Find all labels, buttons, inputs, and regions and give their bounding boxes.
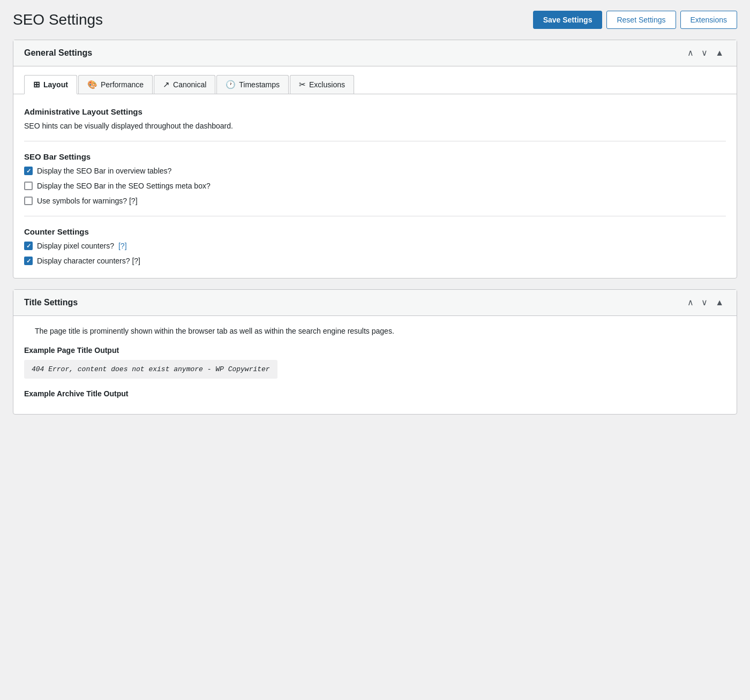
tab-canonical-label: Canonical — [173, 80, 206, 89]
title-settings-body: The page title is prominently shown with… — [13, 316, 737, 414]
title-settings-desc: The page title is prominently shown with… — [24, 316, 726, 335]
tab-timestamps[interactable]: 🕐 Timestamps — [216, 75, 289, 94]
title-settings-panel: Title Settings ∧ ∨ ▲ The page title is p… — [13, 289, 737, 415]
tab-layout-label: Layout — [43, 80, 68, 89]
checkbox-pixel-counters[interactable] — [24, 242, 33, 250]
general-settings-title: General Settings — [24, 48, 92, 58]
seo-bar-title: SEO Bar Settings — [24, 152, 726, 161]
checkbox-row-1: Display the SEO Bar in overview tables? — [24, 167, 726, 175]
panel-controls: ∧ ∨ ▲ — [685, 48, 726, 58]
timestamps-icon: 🕐 — [226, 80, 236, 89]
example-page-title-value: 404 Error, content does not exist anymor… — [24, 360, 278, 379]
checkbox-seo-bar-overview-label: Display the SEO Bar in overview tables? — [37, 167, 171, 175]
tab-layout[interactable]: ⊞ Layout — [24, 75, 77, 94]
example-page-title-label: Example Page Title Output — [24, 346, 726, 355]
general-settings-panel: General Settings ∧ ∨ ▲ ⊞ Layout 🎨 Perfor… — [13, 40, 737, 279]
exclusions-icon: ✂ — [299, 80, 306, 89]
checkbox-seo-bar-meta-label: Display the SEO Bar in the SEO Settings … — [37, 182, 211, 190]
title-panel-down-button[interactable]: ∨ — [699, 297, 710, 308]
checkbox-pixel-counters-label: Display pixel counters? — [37, 242, 114, 250]
tab-content-layout: Administrative Layout Settings SEO hints… — [13, 94, 737, 278]
title-panel-up-button[interactable]: ∧ — [685, 297, 696, 308]
save-settings-button[interactable]: Save Settings — [533, 11, 603, 29]
extensions-button[interactable]: Extensions — [680, 11, 737, 29]
checkbox-character-counters[interactable] — [24, 257, 33, 265]
tabs-nav: ⊞ Layout 🎨 Performance ↗ Canonical 🕐 Tim… — [13, 66, 737, 94]
canonical-icon: ↗ — [163, 80, 170, 89]
checkbox-character-counters-label: Display character counters? [?] — [37, 257, 140, 265]
title-panel-controls: ∧ ∨ ▲ — [685, 297, 726, 308]
checkbox-symbols-warnings-label: Use symbols for warnings? [?] — [37, 197, 138, 205]
checkbox-row-4: Display pixel counters? [?] — [24, 242, 726, 250]
admin-layout-title: Administrative Layout Settings — [24, 107, 726, 116]
admin-layout-desc: SEO hints can be visually displayed thro… — [24, 122, 726, 130]
example-archive-title-label: Example Archive Title Output — [24, 389, 726, 398]
divider-2 — [24, 216, 726, 216]
tab-timestamps-label: Timestamps — [239, 80, 280, 89]
tab-exclusions-label: Exclusions — [309, 80, 345, 89]
tab-canonical[interactable]: ↗ Canonical — [154, 75, 215, 94]
layout-icon: ⊞ — [33, 80, 40, 89]
panel-down-button[interactable]: ∨ — [699, 48, 710, 58]
general-settings-header: General Settings ∧ ∨ ▲ — [13, 40, 737, 66]
general-settings-body: ⊞ Layout 🎨 Performance ↗ Canonical 🕐 Tim… — [13, 66, 737, 278]
tab-performance[interactable]: 🎨 Performance — [78, 75, 153, 94]
divider-1 — [24, 141, 726, 141]
page-header: SEO Settings Save Settings Reset Setting… — [13, 11, 737, 29]
title-panel-collapse-button[interactable]: ▲ — [713, 297, 726, 308]
page-title: SEO Settings — [13, 11, 103, 28]
checkbox-seo-bar-overview[interactable] — [24, 167, 33, 175]
checkbox-row-5: Display character counters? [?] — [24, 257, 726, 265]
performance-icon: 🎨 — [87, 80, 98, 89]
checkbox-seo-bar-meta[interactable] — [24, 182, 33, 190]
checkbox-symbols-warnings[interactable] — [24, 197, 33, 205]
reset-settings-button[interactable]: Reset Settings — [606, 11, 676, 29]
checkbox-row-3: Use symbols for warnings? [?] — [24, 197, 726, 205]
tab-exclusions[interactable]: ✂ Exclusions — [290, 75, 354, 94]
title-settings-title: Title Settings — [24, 298, 78, 307]
checkbox-row-2: Display the SEO Bar in the SEO Settings … — [24, 182, 726, 190]
panel-collapse-button[interactable]: ▲ — [713, 48, 726, 58]
title-settings-content: The page title is prominently shown with… — [13, 316, 737, 414]
panel-up-button[interactable]: ∧ — [685, 48, 696, 58]
counter-settings-title: Counter Settings — [24, 227, 726, 236]
title-settings-header: Title Settings ∧ ∨ ▲ — [13, 290, 737, 316]
header-buttons: Save Settings Reset Settings Extensions — [533, 11, 737, 29]
tab-performance-label: Performance — [101, 80, 144, 89]
pixel-counters-help-link[interactable]: [?] — [118, 242, 127, 250]
